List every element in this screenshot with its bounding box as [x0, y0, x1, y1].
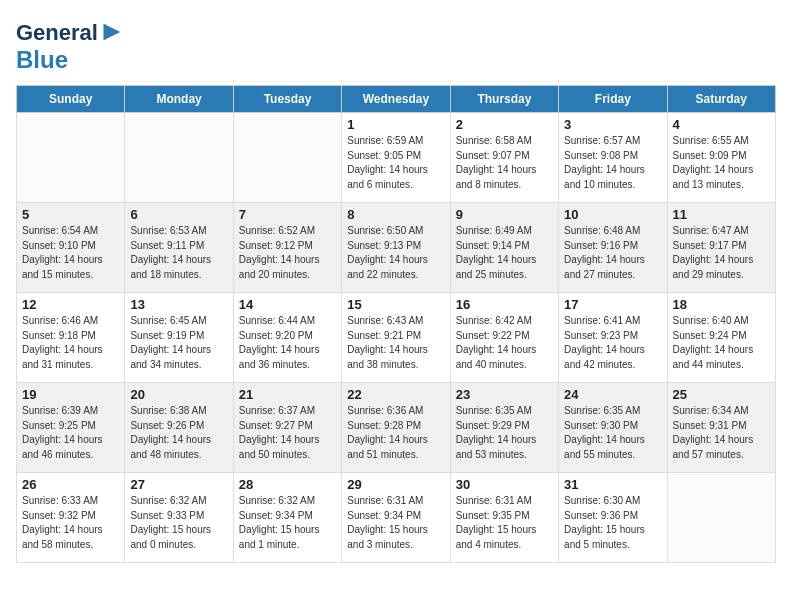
day-info: Sunrise: 6:52 AMSunset: 9:12 PMDaylight:…	[239, 224, 336, 282]
calendar-cell: 24Sunrise: 6:35 AMSunset: 9:30 PMDayligh…	[559, 383, 667, 473]
day-number: 14	[239, 297, 336, 312]
day-number: 11	[673, 207, 770, 222]
calendar-cell	[17, 113, 125, 203]
day-info: Sunrise: 6:35 AMSunset: 9:29 PMDaylight:…	[456, 404, 553, 462]
day-number: 2	[456, 117, 553, 132]
calendar-cell: 14Sunrise: 6:44 AMSunset: 9:20 PMDayligh…	[233, 293, 341, 383]
calendar-cell: 3Sunrise: 6:57 AMSunset: 9:08 PMDaylight…	[559, 113, 667, 203]
calendar-cell	[667, 473, 775, 563]
day-number: 13	[130, 297, 227, 312]
day-number: 23	[456, 387, 553, 402]
day-info: Sunrise: 6:38 AMSunset: 9:26 PMDaylight:…	[130, 404, 227, 462]
calendar-cell	[125, 113, 233, 203]
calendar-cell: 10Sunrise: 6:48 AMSunset: 9:16 PMDayligh…	[559, 203, 667, 293]
day-info: Sunrise: 6:59 AMSunset: 9:05 PMDaylight:…	[347, 134, 444, 192]
day-number: 26	[22, 477, 119, 492]
day-info: Sunrise: 6:40 AMSunset: 9:24 PMDaylight:…	[673, 314, 770, 372]
calendar-cell: 12Sunrise: 6:46 AMSunset: 9:18 PMDayligh…	[17, 293, 125, 383]
day-info: Sunrise: 6:53 AMSunset: 9:11 PMDaylight:…	[130, 224, 227, 282]
logo: General► Blue	[16, 16, 126, 73]
day-info: Sunrise: 6:55 AMSunset: 9:09 PMDaylight:…	[673, 134, 770, 192]
day-number: 21	[239, 387, 336, 402]
day-number: 15	[347, 297, 444, 312]
day-number: 1	[347, 117, 444, 132]
day-info: Sunrise: 6:57 AMSunset: 9:08 PMDaylight:…	[564, 134, 661, 192]
day-number: 16	[456, 297, 553, 312]
calendar-cell	[233, 113, 341, 203]
calendar-week-row: 5Sunrise: 6:54 AMSunset: 9:10 PMDaylight…	[17, 203, 776, 293]
calendar-cell: 16Sunrise: 6:42 AMSunset: 9:22 PMDayligh…	[450, 293, 558, 383]
calendar-cell: 23Sunrise: 6:35 AMSunset: 9:29 PMDayligh…	[450, 383, 558, 473]
day-of-week-header: Thursday	[450, 86, 558, 113]
calendar-week-row: 12Sunrise: 6:46 AMSunset: 9:18 PMDayligh…	[17, 293, 776, 383]
calendar-cell: 1Sunrise: 6:59 AMSunset: 9:05 PMDaylight…	[342, 113, 450, 203]
calendar-cell: 31Sunrise: 6:30 AMSunset: 9:36 PMDayligh…	[559, 473, 667, 563]
day-info: Sunrise: 6:31 AMSunset: 9:34 PMDaylight:…	[347, 494, 444, 552]
day-number: 17	[564, 297, 661, 312]
day-info: Sunrise: 6:54 AMSunset: 9:10 PMDaylight:…	[22, 224, 119, 282]
calendar-cell: 19Sunrise: 6:39 AMSunset: 9:25 PMDayligh…	[17, 383, 125, 473]
day-info: Sunrise: 6:47 AMSunset: 9:17 PMDaylight:…	[673, 224, 770, 282]
day-info: Sunrise: 6:32 AMSunset: 9:34 PMDaylight:…	[239, 494, 336, 552]
calendar-cell: 4Sunrise: 6:55 AMSunset: 9:09 PMDaylight…	[667, 113, 775, 203]
calendar-cell: 21Sunrise: 6:37 AMSunset: 9:27 PMDayligh…	[233, 383, 341, 473]
day-info: Sunrise: 6:34 AMSunset: 9:31 PMDaylight:…	[673, 404, 770, 462]
calendar-cell: 22Sunrise: 6:36 AMSunset: 9:28 PMDayligh…	[342, 383, 450, 473]
day-info: Sunrise: 6:48 AMSunset: 9:16 PMDaylight:…	[564, 224, 661, 282]
day-info: Sunrise: 6:45 AMSunset: 9:19 PMDaylight:…	[130, 314, 227, 372]
day-number: 29	[347, 477, 444, 492]
calendar-cell: 5Sunrise: 6:54 AMSunset: 9:10 PMDaylight…	[17, 203, 125, 293]
day-info: Sunrise: 6:32 AMSunset: 9:33 PMDaylight:…	[130, 494, 227, 552]
day-number: 9	[456, 207, 553, 222]
day-number: 10	[564, 207, 661, 222]
calendar-week-row: 19Sunrise: 6:39 AMSunset: 9:25 PMDayligh…	[17, 383, 776, 473]
day-info: Sunrise: 6:35 AMSunset: 9:30 PMDaylight:…	[564, 404, 661, 462]
calendar-cell: 28Sunrise: 6:32 AMSunset: 9:34 PMDayligh…	[233, 473, 341, 563]
calendar-cell: 27Sunrise: 6:32 AMSunset: 9:33 PMDayligh…	[125, 473, 233, 563]
day-number: 30	[456, 477, 553, 492]
day-of-week-header: Friday	[559, 86, 667, 113]
calendar-cell: 6Sunrise: 6:53 AMSunset: 9:11 PMDaylight…	[125, 203, 233, 293]
calendar-cell: 30Sunrise: 6:31 AMSunset: 9:35 PMDayligh…	[450, 473, 558, 563]
day-number: 12	[22, 297, 119, 312]
calendar-cell: 20Sunrise: 6:38 AMSunset: 9:26 PMDayligh…	[125, 383, 233, 473]
calendar-cell: 13Sunrise: 6:45 AMSunset: 9:19 PMDayligh…	[125, 293, 233, 383]
day-number: 28	[239, 477, 336, 492]
day-info: Sunrise: 6:37 AMSunset: 9:27 PMDaylight:…	[239, 404, 336, 462]
day-number: 27	[130, 477, 227, 492]
calendar-table: SundayMondayTuesdayWednesdayThursdayFrid…	[16, 85, 776, 563]
calendar-cell: 2Sunrise: 6:58 AMSunset: 9:07 PMDaylight…	[450, 113, 558, 203]
day-number: 19	[22, 387, 119, 402]
day-info: Sunrise: 6:44 AMSunset: 9:20 PMDaylight:…	[239, 314, 336, 372]
calendar-cell: 15Sunrise: 6:43 AMSunset: 9:21 PMDayligh…	[342, 293, 450, 383]
day-number: 5	[22, 207, 119, 222]
day-info: Sunrise: 6:50 AMSunset: 9:13 PMDaylight:…	[347, 224, 444, 282]
logo-text: General►	[16, 16, 126, 47]
day-number: 6	[130, 207, 227, 222]
calendar-cell: 9Sunrise: 6:49 AMSunset: 9:14 PMDaylight…	[450, 203, 558, 293]
day-info: Sunrise: 6:49 AMSunset: 9:14 PMDaylight:…	[456, 224, 553, 282]
day-info: Sunrise: 6:31 AMSunset: 9:35 PMDaylight:…	[456, 494, 553, 552]
calendar-cell: 11Sunrise: 6:47 AMSunset: 9:17 PMDayligh…	[667, 203, 775, 293]
day-number: 22	[347, 387, 444, 402]
day-number: 7	[239, 207, 336, 222]
day-number: 24	[564, 387, 661, 402]
calendar-cell: 26Sunrise: 6:33 AMSunset: 9:32 PMDayligh…	[17, 473, 125, 563]
day-info: Sunrise: 6:39 AMSunset: 9:25 PMDaylight:…	[22, 404, 119, 462]
day-number: 20	[130, 387, 227, 402]
day-info: Sunrise: 6:36 AMSunset: 9:28 PMDaylight:…	[347, 404, 444, 462]
day-of-week-header: Sunday	[17, 86, 125, 113]
day-number: 31	[564, 477, 661, 492]
day-info: Sunrise: 6:42 AMSunset: 9:22 PMDaylight:…	[456, 314, 553, 372]
day-number: 25	[673, 387, 770, 402]
calendar-cell: 18Sunrise: 6:40 AMSunset: 9:24 PMDayligh…	[667, 293, 775, 383]
calendar-cell: 17Sunrise: 6:41 AMSunset: 9:23 PMDayligh…	[559, 293, 667, 383]
day-info: Sunrise: 6:58 AMSunset: 9:07 PMDaylight:…	[456, 134, 553, 192]
calendar-week-row: 26Sunrise: 6:33 AMSunset: 9:32 PMDayligh…	[17, 473, 776, 563]
calendar-week-row: 1Sunrise: 6:59 AMSunset: 9:05 PMDaylight…	[17, 113, 776, 203]
calendar-cell: 29Sunrise: 6:31 AMSunset: 9:34 PMDayligh…	[342, 473, 450, 563]
day-number: 3	[564, 117, 661, 132]
calendar-cell: 7Sunrise: 6:52 AMSunset: 9:12 PMDaylight…	[233, 203, 341, 293]
day-info: Sunrise: 6:33 AMSunset: 9:32 PMDaylight:…	[22, 494, 119, 552]
day-info: Sunrise: 6:30 AMSunset: 9:36 PMDaylight:…	[564, 494, 661, 552]
